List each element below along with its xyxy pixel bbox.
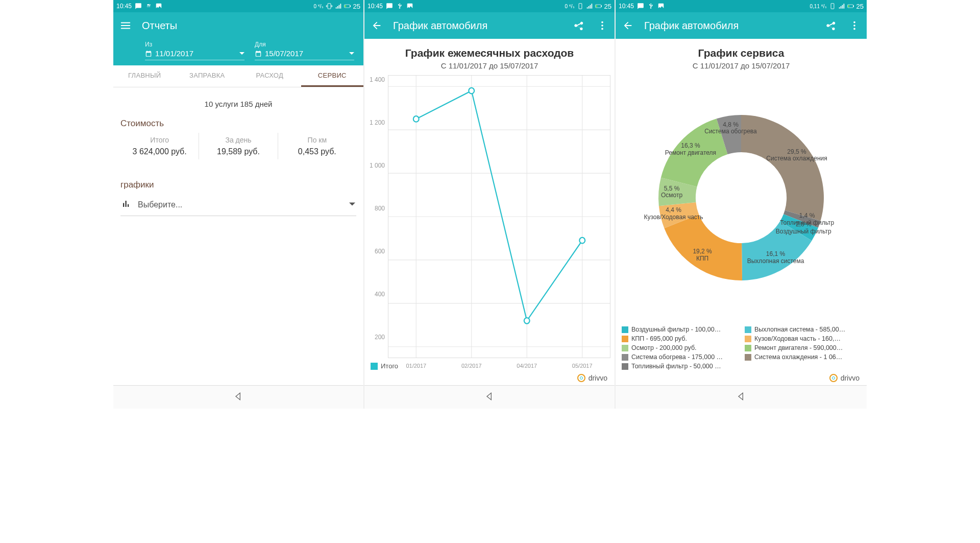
svg-rect-1 (350, 6, 351, 7)
chevron-down-icon (349, 49, 354, 58)
svg-rect-5 (601, 6, 602, 7)
date-to-label: Для (255, 41, 354, 48)
plot-area: 01/201702/201704/201705/2017 (388, 75, 610, 358)
chat-icon (135, 3, 142, 10)
status-time: 10:45 (368, 3, 383, 10)
vibrate-icon (829, 3, 836, 10)
back-nav-icon[interactable] (484, 391, 495, 404)
y-axis: 1 4001 2001 000800600400200 (369, 75, 388, 358)
battery-icon (344, 3, 351, 10)
chart-selector-placeholder: Выберите... (138, 200, 182, 209)
tab-expense[interactable]: РАСХОД (238, 65, 301, 87)
back-icon[interactable] (621, 18, 635, 33)
tab-bar: ГЛАВНЫЙ ЗАПРАВКА РАСХОД СЕРВИС (113, 65, 363, 87)
status-data-rate: 0,11 ᴷ/ₛ (810, 4, 827, 9)
more-icon[interactable] (595, 18, 609, 33)
svg-point-9 (601, 28, 603, 30)
svg-point-22 (469, 88, 474, 94)
page-title: График автомобиля (644, 20, 739, 32)
picture-icon (155, 3, 162, 10)
cost-per-day: За день 19,589 руб. (199, 133, 277, 159)
legend-item: Осмотр - 200,000 руб. (622, 344, 738, 351)
legend-item: Ремонт двигателя - 590,000… (745, 344, 861, 351)
drivvo-logo-icon (577, 374, 585, 382)
screen-reports: 10:45 0 ᴷ/ₛ 25 Отчеты Из (113, 0, 364, 409)
android-nav-bar (616, 385, 867, 409)
tab-service[interactable]: СЕРВИС (301, 65, 364, 87)
back-icon[interactable] (370, 18, 384, 33)
chart-selector[interactable]: Выберите... (120, 194, 356, 216)
status-bar: 10:45 0 ᴷ/ₛ 25 (113, 0, 363, 12)
svg-point-31 (853, 28, 855, 30)
share-icon[interactable] (572, 18, 586, 33)
date-from-label: Из (145, 41, 244, 48)
chart-title: График ежемесячных расходов (369, 47, 610, 59)
more-icon[interactable] (847, 18, 862, 33)
date-from-value: 11/01/2017 (155, 49, 193, 58)
chart-header: График ежемесячных расходов С 11/01/2017… (364, 39, 615, 72)
legend-swatch (371, 363, 378, 370)
brand-name: drivvo (841, 374, 860, 382)
chart-subtitle: С 11/01/2017 до 15/07/2017 (369, 61, 610, 70)
back-nav-icon[interactable] (233, 391, 243, 404)
picture-icon (406, 3, 413, 10)
drivvo-logo-icon (829, 374, 838, 382)
screen-donut-chart: 10:45 0,11 ᴷ/ₛ 25 График автомобиля (616, 0, 867, 409)
tab-main[interactable]: ГЛАВНЫЙ (113, 65, 176, 87)
status-time: 10:45 (116, 3, 132, 10)
legend-item: Топливный фильтр - 50,000 … (622, 363, 738, 370)
usb-icon (647, 3, 654, 10)
cost-total-value: 3 624,000 руб. (122, 147, 197, 156)
cost-row: Итого 3 624,000 руб. За день 19,589 руб.… (120, 133, 356, 159)
cost-per-km-value: 0,453 руб. (280, 147, 354, 156)
signal-icon (838, 3, 845, 10)
svg-point-23 (524, 318, 530, 324)
legend-item: Система охлаждения - 1 06… (745, 353, 861, 361)
status-battery: 25 (353, 3, 360, 10)
menu-icon[interactable] (118, 18, 133, 33)
svg-rect-28 (848, 5, 849, 7)
cost-per-km: По км 0,453 руб. (278, 133, 356, 159)
status-data-rate: 0 ᴷ/ₛ (313, 4, 323, 9)
app-bar: График автомобиля (364, 12, 615, 39)
line-chart: 1 4001 2001 000800600400200 01/201702/20… (364, 72, 615, 359)
brand-footer: drivvo (364, 372, 615, 385)
app-bar: Отчеты Из 11/01/2017 Для 15/07/2017 (113, 12, 363, 65)
chart-title: График сервиса (620, 47, 863, 59)
legend-item: Выхлопная система - 585,00… (745, 326, 861, 333)
donut-chart: 29,5 %Система охлаждения1,4 %Топливный ф… (616, 72, 867, 323)
cost-per-day-label: За день (201, 136, 275, 144)
date-to-value: 15/07/2017 (265, 49, 303, 58)
chat-icon (637, 3, 644, 10)
date-from-picker[interactable]: Из 11/01/2017 (145, 41, 244, 60)
donut-legend: Воздушный фильтр - 100,00… Выхлопная сис… (616, 323, 867, 372)
svg-point-7 (601, 21, 603, 23)
brand-name: drivvo (589, 374, 607, 382)
status-time: 10:45 (619, 3, 634, 10)
cost-per-day-value: 19,589 руб. (201, 147, 275, 156)
status-bar: 10:45 0,11 ᴷ/ₛ 25 (616, 0, 867, 12)
status-bar: 10:45 0 ᴷ/ₛ 25 (364, 0, 615, 12)
date-to-picker[interactable]: Для 15/07/2017 (255, 41, 354, 60)
legend-item: Воздушный фильтр - 100,00… (622, 326, 738, 333)
legend-item: Кузов/Ходовая часть - 160,… (745, 335, 861, 342)
share-icon[interactable] (824, 18, 838, 33)
cost-section-title: Стоимость (120, 119, 356, 129)
screen-line-chart: 10:45 0 ᴷ/ₛ 25 График автомобиля (364, 0, 616, 409)
android-nav-bar (364, 385, 615, 409)
vibrate-icon (326, 3, 333, 10)
picture-icon (657, 3, 665, 10)
svg-rect-2 (345, 5, 346, 7)
legend-item: КПП - 695,000 руб. (622, 335, 738, 342)
svg-point-29 (853, 21, 855, 23)
back-nav-icon[interactable] (736, 391, 746, 404)
signal-icon (586, 3, 593, 10)
cost-total: Итого 3 624,000 руб. (120, 133, 199, 159)
page-title: График автомобиля (393, 20, 487, 32)
svg-rect-25 (831, 4, 834, 9)
charts-section-title: графики (120, 180, 356, 190)
svg-point-8 (601, 25, 603, 27)
status-battery: 25 (856, 3, 864, 10)
chevron-down-icon (239, 49, 244, 58)
tab-refuel[interactable]: ЗАПРАВКА (176, 65, 239, 87)
